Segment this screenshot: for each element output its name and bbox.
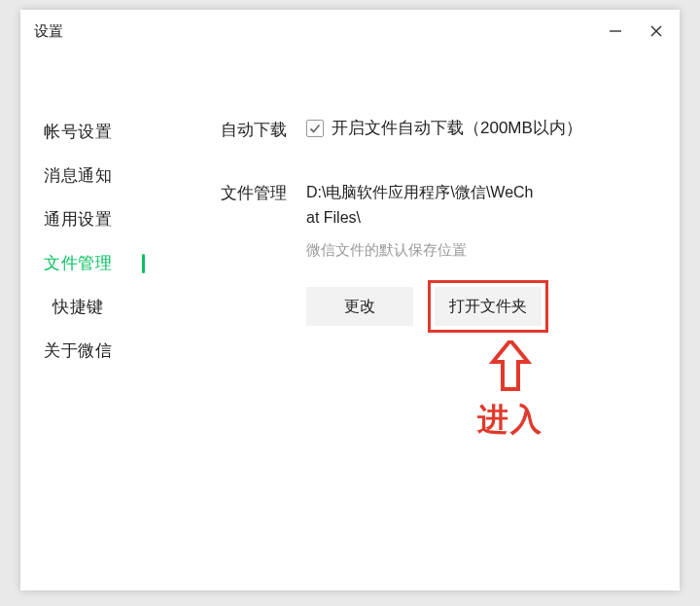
annotation-text: 进入 xyxy=(477,399,543,442)
open-folder-button[interactable]: 打开文件夹 xyxy=(435,287,542,326)
change-folder-button[interactable]: 更改 xyxy=(306,287,413,326)
auto-download-checkbox-label: 开启文件自动下载（200MB以内） xyxy=(332,117,582,139)
auto-download-checkbox[interactable] xyxy=(306,120,324,137)
check-icon xyxy=(308,122,322,135)
selected-indicator xyxy=(142,254,145,273)
file-management-label: 文件管理 xyxy=(221,180,306,204)
sidebar-item-label: 文件管理 xyxy=(44,254,112,272)
sidebar-item-about[interactable]: 关于微信 xyxy=(44,336,112,366)
sidebar-item-files[interactable]: 文件管理 xyxy=(44,248,112,278)
file-path-hint: 微信文件的默认保存位置 xyxy=(306,241,542,260)
titlebar: 设置 xyxy=(20,10,680,53)
file-management-body: D:\电脑软件应用程序\微信\WeChat Files\ 微信文件的默认保存位置… xyxy=(306,180,542,326)
sidebar-item-account[interactable]: 帐号设置 xyxy=(44,117,112,147)
file-management-row: 文件管理 D:\电脑软件应用程序\微信\WeChat Files\ 微信文件的默… xyxy=(221,180,641,326)
auto-download-control: 开启文件自动下载（200MB以内） xyxy=(306,117,582,139)
window-title: 设置 xyxy=(34,22,63,41)
content-area: 自动下载 开启文件自动下载（200MB以内） 文件管理 D:\电脑软件应用程序\… xyxy=(166,117,680,366)
sidebar-item-notifications[interactable]: 消息通知 xyxy=(44,160,112,191)
settings-window: 设置 帐号设置 消息通知 通用设置 文件管理 xyxy=(20,10,680,590)
button-label: 打开文件夹 xyxy=(449,297,527,317)
sidebar: 帐号设置 消息通知 通用设置 文件管理 快捷键 关于微信 xyxy=(20,117,166,366)
sidebar-item-label: 快捷键 xyxy=(52,298,104,316)
button-label: 更改 xyxy=(344,297,375,317)
window-body: 帐号设置 消息通知 通用设置 文件管理 快捷键 关于微信 自动下载 xyxy=(20,53,680,366)
open-folder-highlight: 打开文件夹 xyxy=(428,280,548,333)
sidebar-item-general[interactable]: 通用设置 xyxy=(44,204,112,234)
sidebar-item-label: 关于微信 xyxy=(44,341,112,360)
file-path: D:\电脑软件应用程序\微信\WeChat Files\ xyxy=(306,180,540,230)
auto-download-row: 自动下载 开启文件自动下载（200MB以内） xyxy=(221,117,641,141)
minimize-button[interactable] xyxy=(608,23,623,39)
sidebar-item-label: 帐号设置 xyxy=(44,123,112,141)
sidebar-item-label: 消息通知 xyxy=(44,166,112,185)
auto-download-label: 自动下载 xyxy=(221,117,306,141)
sidebar-item-label: 通用设置 xyxy=(44,210,112,229)
file-buttons-row: 更改 打开文件夹 xyxy=(306,287,542,326)
sidebar-item-shortcuts[interactable]: 快捷键 xyxy=(52,292,104,322)
close-button[interactable] xyxy=(648,23,664,39)
window-buttons xyxy=(608,23,664,39)
